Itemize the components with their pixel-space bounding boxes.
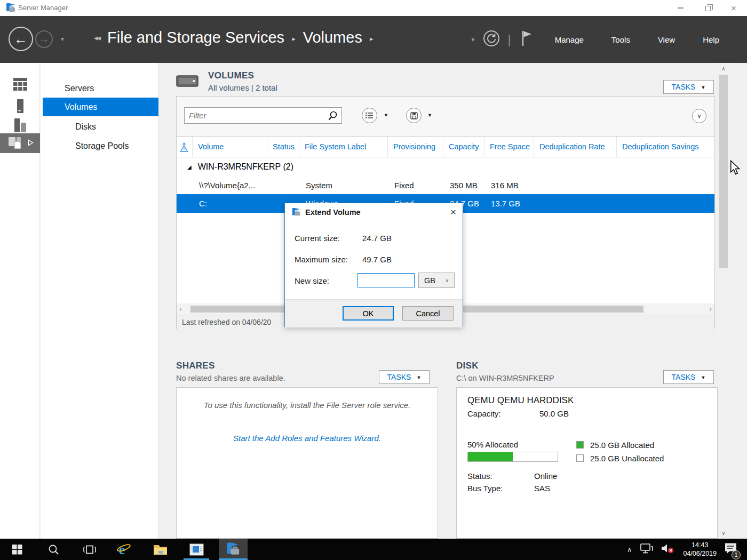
dialog-footer: OK Cancel xyxy=(285,299,463,327)
scroll-left-icon[interactable]: ‹ xyxy=(179,304,182,313)
server-manager-icon xyxy=(291,207,301,219)
minimize-button[interactable] xyxy=(668,0,693,16)
disk-bus-value: SAS xyxy=(534,484,550,493)
breadcrumb-item-volumes[interactable]: Volumes xyxy=(303,29,362,46)
disk-model: QEMU QEMU HARDDISK xyxy=(467,395,574,406)
menu-manage[interactable]: Manage xyxy=(555,31,584,49)
allocated-percent-label: 50% Allocated xyxy=(467,440,518,449)
column-header-dedup-savings[interactable]: Deduplication Savings xyxy=(617,137,714,157)
volume-muted-icon[interactable] xyxy=(661,543,674,556)
sort-column-header[interactable] xyxy=(177,137,193,157)
breadcrumb-item-file-storage[interactable]: File and Storage Services xyxy=(107,29,284,46)
volumes-tasks-button[interactable]: TASKS ▼ xyxy=(663,80,714,94)
add-roles-wizard-link[interactable]: Start the Add Roles and Features Wizard. xyxy=(177,434,438,443)
taskbar-clock[interactable]: 14:43 04/06/2019 xyxy=(683,541,717,558)
forward-button[interactable]: → xyxy=(35,30,53,48)
menu-view[interactable]: View xyxy=(658,31,675,49)
ok-button[interactable]: OK xyxy=(343,306,394,321)
close-button[interactable]: × xyxy=(721,0,746,16)
sidebar-item-disks[interactable]: Disks xyxy=(43,117,158,136)
current-size-value: 24.7 GB xyxy=(362,234,392,243)
new-size-input[interactable] xyxy=(357,273,415,287)
cell-fs-label: System xyxy=(299,181,388,190)
taskbar-search-button[interactable] xyxy=(41,539,66,560)
history-dropdown-caret[interactable]: ▼ xyxy=(60,36,65,42)
tray-chevron-icon[interactable]: ∧ xyxy=(627,546,632,554)
clock-date: 04/06/2019 xyxy=(683,549,717,558)
volumes-drive-icon xyxy=(176,74,198,91)
legend-allocated-label: 25.0 GB Allocated xyxy=(590,441,654,450)
scroll-down-icon[interactable]: ∨ xyxy=(718,530,729,536)
toolbar-divider: | xyxy=(507,32,511,47)
back-button[interactable]: ← xyxy=(9,27,33,51)
cell-volume: \\?\Volume{a2... xyxy=(193,181,267,190)
column-header-volume[interactable]: Volume xyxy=(193,137,267,157)
legend-unallocated-label: 25.0 GB Unallocated xyxy=(590,454,664,463)
menu-help[interactable]: Help xyxy=(703,31,719,49)
save-icon xyxy=(410,112,418,119)
filter-list-button[interactable] xyxy=(362,108,377,123)
column-header-fs-label[interactable]: File System Label xyxy=(299,137,388,157)
table-row-system-volume[interactable]: \\?\Volume{a2... System Fixed 350 MB 316… xyxy=(177,177,714,194)
cell-free-space: 13.7 GB xyxy=(484,199,534,208)
file-storage-services-section[interactable] xyxy=(0,133,40,153)
ok-label: OK xyxy=(363,309,374,318)
shares-tasks-button[interactable]: TASKS ▼ xyxy=(379,370,430,384)
network-icon[interactable] xyxy=(640,543,653,556)
scroll-up-icon[interactable]: ∧ xyxy=(718,66,729,71)
search-icon[interactable] xyxy=(328,110,338,123)
dialog-close-icon[interactable]: × xyxy=(450,206,456,218)
save-caret-icon[interactable]: ▼ xyxy=(427,113,432,118)
collapse-panel-button[interactable]: ∨ xyxy=(692,109,706,123)
refresh-button[interactable] xyxy=(483,30,500,49)
disk-capacity-label: Capacity: xyxy=(467,409,501,418)
server-manager-taskbar-button[interactable] xyxy=(219,539,248,560)
start-button[interactable] xyxy=(4,539,30,560)
section-icon-strip xyxy=(0,63,40,539)
sidebar-item-servers[interactable]: Servers xyxy=(43,79,158,98)
current-size-label: Current size: xyxy=(295,234,340,243)
save-query-button[interactable] xyxy=(406,108,422,123)
internet-explorer-button[interactable]: e xyxy=(111,539,137,560)
server-group-row[interactable]: ◢ WIN-R3MR5NFKERP (2) xyxy=(177,157,714,177)
volumes-toolbar: ▼ ▼ ∨ xyxy=(177,97,714,136)
filter-caret-icon[interactable]: ▼ xyxy=(384,113,388,118)
group-label: WIN-R3MR5NFKERP (2) xyxy=(198,162,293,172)
action-center-button[interactable]: 1 xyxy=(724,542,737,557)
last-refreshed-text: Last refreshed on 04/06/20 xyxy=(182,318,271,326)
dashboard-icon[interactable] xyxy=(0,78,40,91)
disk-tasks-button[interactable]: TASKS ▼ xyxy=(663,370,714,384)
all-servers-icon[interactable] xyxy=(0,118,40,132)
column-header-capacity[interactable]: Capacity xyxy=(443,137,484,157)
column-header-dedup-rate[interactable]: Deduplication Rate xyxy=(534,137,617,157)
refresh-dropdown-caret[interactable]: ▼ xyxy=(471,37,476,43)
open-window-app-button[interactable] xyxy=(184,539,209,560)
file-explorer-button[interactable] xyxy=(147,539,173,560)
column-header-status[interactable]: Status xyxy=(267,137,299,157)
column-header-free-space[interactable]: Free Space xyxy=(484,137,534,157)
shares-title: SHARES xyxy=(176,361,215,371)
column-header-provisioning[interactable]: Provisioning xyxy=(388,137,443,157)
task-view-button[interactable] xyxy=(77,539,102,560)
vertical-scrollbar-thumb[interactable] xyxy=(719,75,728,268)
expand-section-icon[interactable] xyxy=(28,139,34,148)
restore-button[interactable] xyxy=(696,0,720,16)
disk-capacity-value: 50.0 GB xyxy=(539,409,569,418)
sidebar-item-volumes[interactable]: Volumes xyxy=(43,98,158,116)
scroll-right-icon[interactable]: › xyxy=(709,304,712,313)
unit-select[interactable]: GB ∨ xyxy=(418,273,455,288)
disk-title: DISK xyxy=(456,361,479,371)
filter-input[interactable] xyxy=(189,109,322,122)
notifications-flag-icon[interactable] xyxy=(521,30,534,49)
tasks-caret-icon: ▼ xyxy=(701,85,705,90)
local-server-icon[interactable] xyxy=(0,99,40,113)
back-to-overview-icon[interactable]: ◂◂ xyxy=(94,33,100,43)
breadcrumb: ◂◂ File and Storage Services ▸ Volumes ▸ xyxy=(94,29,373,46)
sidebar-item-storage-pools[interactable]: Storage Pools xyxy=(43,137,158,155)
group-expanded-icon[interactable]: ◢ xyxy=(187,164,192,170)
menu-tools[interactable]: Tools xyxy=(611,31,630,49)
tasks-label: TASKS xyxy=(672,83,696,91)
cancel-button[interactable]: Cancel xyxy=(402,306,454,321)
chevron-down-icon: ∨ xyxy=(697,113,701,119)
vertical-scrollbar[interactable]: ∧ ∨ xyxy=(718,63,729,539)
